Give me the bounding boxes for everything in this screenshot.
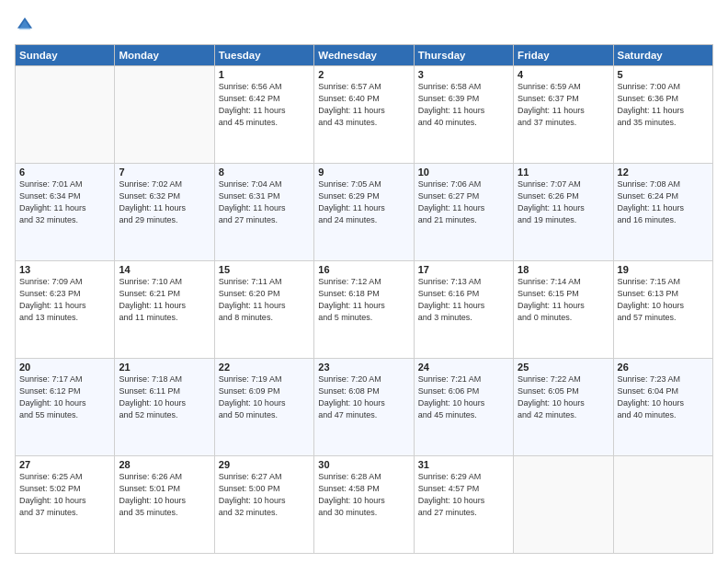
day-info: Sunrise: 7:19 AM Sunset: 6:09 PM Dayligh… [219, 373, 310, 421]
day-cell [514, 456, 613, 554]
week-row-2: 6Sunrise: 7:01 AM Sunset: 6:34 PM Daylig… [16, 164, 713, 261]
day-info: Sunrise: 6:58 AM Sunset: 6:39 PM Dayligh… [418, 81, 509, 129]
day-info: Sunrise: 7:18 AM Sunset: 6:11 PM Dayligh… [119, 373, 210, 421]
day-number: 22 [219, 362, 310, 373]
day-cell: 21Sunrise: 7:18 AM Sunset: 6:11 PM Dayli… [115, 359, 214, 456]
day-info: Sunrise: 6:59 AM Sunset: 6:37 PM Dayligh… [518, 81, 609, 129]
week-row-4: 20Sunrise: 7:17 AM Sunset: 6:12 PM Dayli… [16, 359, 713, 456]
day-number: 13 [19, 264, 110, 275]
day-cell: 15Sunrise: 7:11 AM Sunset: 6:20 PM Dayli… [214, 261, 313, 359]
header [15, 15, 713, 35]
day-cell: 26Sunrise: 7:23 AM Sunset: 6:04 PM Dayli… [613, 359, 712, 456]
day-cell: 13Sunrise: 7:09 AM Sunset: 6:23 PM Dayli… [16, 261, 115, 359]
day-number: 6 [19, 167, 110, 178]
day-number: 14 [119, 264, 210, 275]
day-cell: 1Sunrise: 6:56 AM Sunset: 6:42 PM Daylig… [214, 66, 313, 164]
day-cell: 16Sunrise: 7:12 AM Sunset: 6:18 PM Dayli… [314, 261, 414, 359]
calendar-header-row: SundayMondayTuesdayWednesdayThursdayFrid… [16, 45, 713, 66]
day-number: 21 [119, 362, 210, 373]
day-number: 18 [518, 264, 609, 275]
day-info: Sunrise: 7:08 AM Sunset: 6:24 PM Dayligh… [618, 178, 709, 226]
day-cell [115, 66, 214, 164]
day-header-wednesday: Wednesday [314, 45, 414, 66]
day-info: Sunrise: 6:56 AM Sunset: 6:42 PM Dayligh… [219, 81, 310, 129]
day-cell: 9Sunrise: 7:05 AM Sunset: 6:29 PM Daylig… [314, 164, 414, 261]
day-number: 5 [618, 69, 709, 80]
day-number: 20 [19, 362, 110, 373]
day-number: 24 [418, 362, 509, 373]
week-row-1: 1Sunrise: 6:56 AM Sunset: 6:42 PM Daylig… [16, 66, 713, 164]
day-number: 17 [418, 264, 509, 275]
day-info: Sunrise: 7:13 AM Sunset: 6:16 PM Dayligh… [418, 276, 509, 324]
day-info: Sunrise: 7:21 AM Sunset: 6:06 PM Dayligh… [418, 373, 509, 421]
day-cell: 14Sunrise: 7:10 AM Sunset: 6:21 PM Dayli… [115, 261, 214, 359]
day-info: Sunrise: 7:11 AM Sunset: 6:20 PM Dayligh… [219, 276, 310, 324]
day-cell: 31Sunrise: 6:29 AM Sunset: 4:57 PM Dayli… [414, 456, 513, 554]
day-info: Sunrise: 7:07 AM Sunset: 6:26 PM Dayligh… [518, 178, 609, 226]
day-number: 3 [418, 69, 509, 80]
day-info: Sunrise: 6:26 AM Sunset: 5:01 PM Dayligh… [119, 471, 210, 519]
day-number: 10 [418, 167, 509, 178]
day-header-sunday: Sunday [16, 45, 115, 66]
day-cell: 6Sunrise: 7:01 AM Sunset: 6:34 PM Daylig… [16, 164, 115, 261]
day-number: 7 [119, 167, 210, 178]
day-cell: 28Sunrise: 6:26 AM Sunset: 5:01 PM Dayli… [115, 456, 214, 554]
day-info: Sunrise: 7:00 AM Sunset: 6:36 PM Dayligh… [618, 81, 709, 129]
day-number: 2 [318, 69, 409, 80]
day-info: Sunrise: 7:12 AM Sunset: 6:18 PM Dayligh… [318, 276, 409, 324]
day-number: 1 [219, 69, 310, 80]
day-cell: 12Sunrise: 7:08 AM Sunset: 6:24 PM Dayli… [613, 164, 712, 261]
day-info: Sunrise: 6:27 AM Sunset: 5:00 PM Dayligh… [219, 471, 310, 519]
day-number: 9 [318, 167, 409, 178]
day-info: Sunrise: 6:28 AM Sunset: 4:58 PM Dayligh… [318, 471, 409, 519]
day-cell: 19Sunrise: 7:15 AM Sunset: 6:13 PM Dayli… [613, 261, 712, 359]
day-info: Sunrise: 7:09 AM Sunset: 6:23 PM Dayligh… [19, 276, 110, 324]
day-number: 31 [418, 459, 509, 470]
day-cell: 7Sunrise: 7:02 AM Sunset: 6:32 PM Daylig… [115, 164, 214, 261]
day-cell: 5Sunrise: 7:00 AM Sunset: 6:36 PM Daylig… [613, 66, 712, 164]
day-info: Sunrise: 7:22 AM Sunset: 6:05 PM Dayligh… [518, 373, 609, 421]
day-header-thursday: Thursday [414, 45, 513, 66]
week-row-5: 27Sunrise: 6:25 AM Sunset: 5:02 PM Dayli… [16, 456, 713, 554]
day-info: Sunrise: 6:29 AM Sunset: 4:57 PM Dayligh… [418, 471, 509, 519]
day-number: 30 [318, 459, 409, 470]
day-info: Sunrise: 7:23 AM Sunset: 6:04 PM Dayligh… [618, 373, 709, 421]
day-number: 28 [119, 459, 210, 470]
day-cell: 18Sunrise: 7:14 AM Sunset: 6:15 PM Dayli… [514, 261, 613, 359]
day-info: Sunrise: 7:20 AM Sunset: 6:08 PM Dayligh… [318, 373, 409, 421]
day-cell [16, 66, 115, 164]
day-info: Sunrise: 7:06 AM Sunset: 6:27 PM Dayligh… [418, 178, 509, 226]
day-number: 26 [618, 362, 709, 373]
day-cell: 25Sunrise: 7:22 AM Sunset: 6:05 PM Dayli… [514, 359, 613, 456]
day-number: 11 [518, 167, 609, 178]
day-info: Sunrise: 7:17 AM Sunset: 6:12 PM Dayligh… [19, 373, 110, 421]
day-info: Sunrise: 7:10 AM Sunset: 6:21 PM Dayligh… [119, 276, 210, 324]
day-cell: 20Sunrise: 7:17 AM Sunset: 6:12 PM Dayli… [16, 359, 115, 456]
day-number: 27 [19, 459, 110, 470]
day-cell: 23Sunrise: 7:20 AM Sunset: 6:08 PM Dayli… [314, 359, 414, 456]
day-cell: 10Sunrise: 7:06 AM Sunset: 6:27 PM Dayli… [414, 164, 513, 261]
logo-icon [15, 15, 35, 35]
day-info: Sunrise: 7:01 AM Sunset: 6:34 PM Dayligh… [19, 178, 110, 226]
calendar-table: SundayMondayTuesdayWednesdayThursdayFrid… [15, 44, 713, 554]
day-number: 19 [618, 264, 709, 275]
day-number: 16 [318, 264, 409, 275]
day-number: 23 [318, 362, 409, 373]
day-info: Sunrise: 7:15 AM Sunset: 6:13 PM Dayligh… [618, 276, 709, 324]
day-info: Sunrise: 7:02 AM Sunset: 6:32 PM Dayligh… [119, 178, 210, 226]
day-cell: 11Sunrise: 7:07 AM Sunset: 6:26 PM Dayli… [514, 164, 613, 261]
week-row-3: 13Sunrise: 7:09 AM Sunset: 6:23 PM Dayli… [16, 261, 713, 359]
day-number: 15 [219, 264, 310, 275]
day-cell: 30Sunrise: 6:28 AM Sunset: 4:58 PM Dayli… [314, 456, 414, 554]
day-cell: 3Sunrise: 6:58 AM Sunset: 6:39 PM Daylig… [414, 66, 513, 164]
day-info: Sunrise: 7:14 AM Sunset: 6:15 PM Dayligh… [518, 276, 609, 324]
day-header-tuesday: Tuesday [214, 45, 313, 66]
day-cell: 8Sunrise: 7:04 AM Sunset: 6:31 PM Daylig… [214, 164, 313, 261]
day-number: 4 [518, 69, 609, 80]
day-number: 25 [518, 362, 609, 373]
day-cell: 2Sunrise: 6:57 AM Sunset: 6:40 PM Daylig… [314, 66, 414, 164]
day-number: 8 [219, 167, 310, 178]
day-cell [613, 456, 712, 554]
day-number: 12 [618, 167, 709, 178]
day-number: 29 [219, 459, 310, 470]
